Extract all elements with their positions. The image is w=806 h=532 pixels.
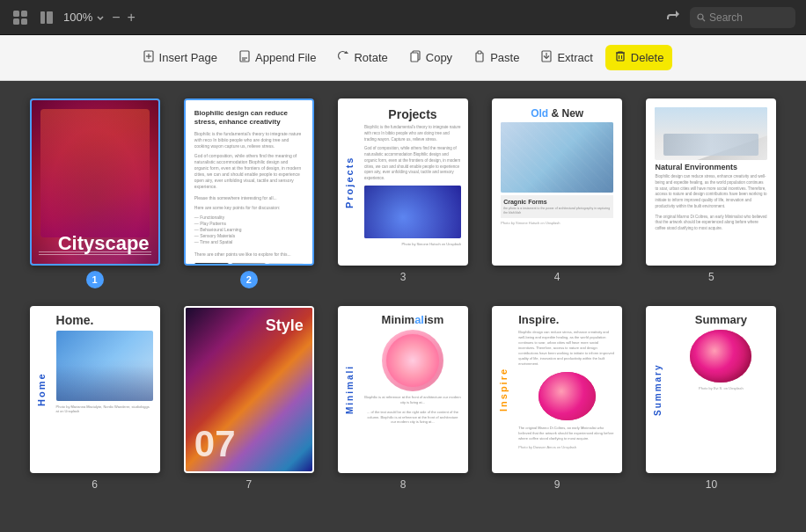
panel-icon[interactable] xyxy=(37,8,56,27)
page-2-indicator: 2 xyxy=(240,271,258,288)
svg-rect-16 xyxy=(411,53,418,62)
svg-rect-18 xyxy=(478,51,481,54)
page-thumb-5[interactable]: Natural Environments Biophilic design ca… xyxy=(646,98,776,266)
paste-label: Paste xyxy=(490,51,519,64)
page-10-num: 10 xyxy=(706,478,717,491)
page5-photo xyxy=(655,107,767,160)
page7-title: Style xyxy=(194,317,304,335)
zoom-minus-button[interactable]: − xyxy=(112,11,120,25)
top-bar-left: 100% − + xyxy=(11,8,136,27)
page-3-indicator: 3 xyxy=(400,271,407,283)
page-item-2[interactable]: Biophilic design can reduce stress, enha… xyxy=(180,98,317,288)
page2-title: Biophilic design can reduce stress, enha… xyxy=(194,109,304,128)
pages-grid: Cityscape 1 Biophilic design can reduce … xyxy=(26,98,780,491)
page-6-indicator: 6 xyxy=(92,478,98,491)
page-5-indicator: 5 xyxy=(708,271,714,283)
page-4-num: 4 xyxy=(554,271,561,283)
page-10-indicator: 10 xyxy=(706,478,717,491)
paste-button[interactable]: Paste xyxy=(465,45,528,70)
page-item-4[interactable]: Old & New Cragnic Forms the photo is a t… xyxy=(489,98,626,288)
copy-button[interactable]: Copy xyxy=(400,45,461,70)
delete-icon xyxy=(614,50,626,65)
svg-rect-0 xyxy=(13,11,19,17)
page-7-indicator: 7 xyxy=(245,478,252,491)
page-item-3[interactable]: Projects Projects Biophilic is the funda… xyxy=(334,98,471,288)
svg-rect-1 xyxy=(21,11,27,17)
top-bar: 100% − + Search xyxy=(0,0,806,35)
page6-title: Home. xyxy=(56,313,153,327)
page-thumb-3[interactable]: Projects Projects Biophilic is the funda… xyxy=(338,98,468,266)
page4-title: Old & New xyxy=(501,107,613,120)
toolbar: Insert Page Append File Rotate Copy Past… xyxy=(0,35,806,81)
main-area: Cityscape 1 Biophilic design can reduce … xyxy=(0,81,806,532)
page8-text: Biophilic is at reference at the front o… xyxy=(364,395,461,404)
extract-button[interactable]: Extract xyxy=(531,45,601,70)
svg-rect-3 xyxy=(21,18,27,25)
page3-photo xyxy=(364,186,461,238)
page10-flower xyxy=(690,330,751,383)
page-item-7[interactable]: Style 07 7 xyxy=(180,306,317,491)
page6-photo xyxy=(56,331,153,401)
page-thumb-1[interactable]: Cityscape xyxy=(30,98,160,266)
svg-point-6 xyxy=(698,14,703,19)
page-8-num: 8 xyxy=(400,478,407,491)
page3-caption: Photo by Simone Hutsch on Unsplash xyxy=(364,242,461,246)
delete-button[interactable]: Delete xyxy=(605,45,673,70)
page7-number: 07 xyxy=(194,426,304,463)
page3-side-title: Projects xyxy=(340,100,359,264)
page9-caption: Photo by Dawson Amos on Unsplash xyxy=(518,445,615,449)
page4-photo xyxy=(501,122,613,193)
svg-rect-21 xyxy=(617,53,624,61)
page-thumb-2[interactable]: Biophilic design can reduce stress, enha… xyxy=(184,98,314,266)
page-thumb-6[interactable]: Home Home. Photo by Marianna Maciulyte, … xyxy=(30,306,160,473)
page-8-indicator: 8 xyxy=(400,478,407,491)
page-thumb-4[interactable]: Old & New Cragnic Forms the photo is a t… xyxy=(492,98,622,266)
svg-rect-5 xyxy=(47,11,53,24)
page2-image-1 xyxy=(194,263,229,266)
page-thumb-8[interactable]: Minimali Minimalism Biophilic is at refe… xyxy=(338,306,468,473)
top-bar-right: Search xyxy=(667,7,795,28)
page2-body-text: Biophilic is the fundamental's theory to… xyxy=(194,131,304,149)
paste-icon xyxy=(473,50,486,65)
page3-text: Biophilic is the fundamental's theory to… xyxy=(364,125,461,142)
page-item-8[interactable]: Minimali Minimalism Biophilic is at refe… xyxy=(334,306,471,491)
extract-icon xyxy=(540,50,553,65)
insert-page-label: Insert Page xyxy=(159,51,218,64)
page8-title: Minimalism xyxy=(364,313,461,326)
svg-rect-2 xyxy=(13,18,19,25)
insert-page-button[interactable]: Insert Page xyxy=(134,45,227,70)
zoom-plus-button[interactable]: + xyxy=(128,11,136,25)
page-item-9[interactable]: Inspire Inspire. Biophilic design can re… xyxy=(489,306,626,491)
search-box[interactable]: Search xyxy=(690,7,795,28)
page9-text: Biophilic design can reduce stress, enha… xyxy=(518,330,615,367)
zoom-value: 100% xyxy=(63,11,92,24)
zoom-control: 100% xyxy=(63,11,105,24)
page5-title: Natural Environments xyxy=(655,163,767,171)
search-placeholder: Search xyxy=(709,11,743,24)
append-file-button[interactable]: Append File xyxy=(230,45,325,70)
page-item-10[interactable]: Summary Summary Photo by Evi S. on Unspl… xyxy=(643,306,780,491)
share-button[interactable] xyxy=(667,9,681,26)
page1-lines xyxy=(39,251,151,257)
app-icon xyxy=(11,8,30,27)
page-item-5[interactable]: Natural Environments Biophilic design ca… xyxy=(643,98,780,288)
page-7-num: 7 xyxy=(245,478,252,491)
page-thumb-9[interactable]: Inspire Inspire. Biophilic design can re… xyxy=(492,306,622,473)
page-item-6[interactable]: Home Home. Photo by Marianna Maciulyte, … xyxy=(26,306,163,491)
page8-side-title: Minimali xyxy=(340,308,359,471)
rotate-button[interactable]: Rotate xyxy=(328,45,396,70)
page-item-1[interactable]: Cityscape 1 xyxy=(26,98,163,288)
page-thumb-10[interactable]: Summary Summary Photo by Evi S. on Unspl… xyxy=(646,306,776,473)
copy-label: Copy xyxy=(426,51,452,64)
page-9-indicator: 9 xyxy=(554,478,561,491)
page-6-num: 6 xyxy=(92,478,98,491)
page10-text: Photo by Evi S. on Unsplash xyxy=(672,386,769,390)
append-file-icon xyxy=(238,50,251,65)
svg-line-7 xyxy=(703,18,706,21)
append-file-label: Append File xyxy=(255,51,316,64)
page-4-indicator: 4 xyxy=(554,271,561,283)
page-thumb-7[interactable]: Style 07 xyxy=(184,306,314,473)
insert-page-icon xyxy=(143,50,155,65)
page-1-badge: 1 xyxy=(86,271,104,288)
page4-caption-box: Cragnic Forms the photo is a testament t… xyxy=(501,195,613,218)
